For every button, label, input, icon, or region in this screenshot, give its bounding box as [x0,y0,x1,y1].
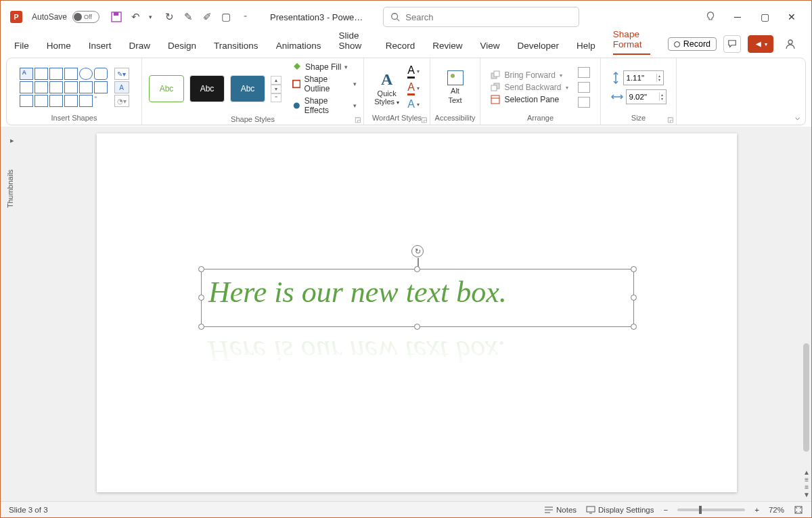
text-fill-button[interactable]: A▾ [407,64,420,79]
autosave-toggle[interactable]: Off [72,11,99,23]
resize-handle-tr[interactable] [631,266,637,272]
zoom-slider[interactable] [677,509,745,511]
tab-draw[interactable]: Draw [129,41,151,55]
group-button[interactable] [578,82,590,93]
alt-text-button[interactable]: Alt Text [447,70,464,104]
shape-conn-icon[interactable] [35,81,48,93]
style-preset-2[interactable]: Abc [189,75,225,102]
shape-style-gallery[interactable]: Abc Abc Abc ▴ ▾ ⁼ [149,75,281,102]
style-preset-1[interactable]: Abc [149,75,184,102]
maximize-button[interactable]: ▢ [757,9,772,24]
zoom-level[interactable]: 72% [769,506,784,514]
shape-brace-icon[interactable] [49,95,63,107]
shape-effects-button[interactable]: Shape Effects▾ [292,96,357,115]
resize-handle-r[interactable] [631,295,637,301]
tab-home[interactable]: Home [47,41,71,55]
scrollbar-thumb[interactable] [803,343,809,452]
vertical-scrollbar[interactable] [800,127,810,501]
bring-forward-button[interactable]: Bring Forward▾ [491,70,568,80]
thumbnails-pane[interactable]: ▸ Thumbnails [1,127,24,501]
width-control[interactable]: 9.02"▴▾ [611,89,667,104]
shape-line-icon[interactable] [35,68,48,80]
height-control[interactable]: 1.11"▴▾ [611,70,667,85]
shape-outline-button[interactable]: Shape Outline▾ [292,74,357,93]
slide-canvas[interactable]: Here is our new text box. ↻ Here is our … [24,127,811,501]
rotate-button[interactable] [578,97,590,108]
resize-handle-tl[interactable] [198,266,204,272]
tab-review[interactable]: Review [432,41,462,55]
shape-arc-icon[interactable] [35,95,48,107]
zoom-out-button[interactable]: − [664,506,669,514]
shape-dia-icon[interactable] [79,81,93,93]
text-box-button[interactable]: A [114,81,129,93]
height-input[interactable]: 1.11"▴▾ [623,70,664,85]
shape-oval-icon[interactable] [79,68,93,80]
width-input[interactable]: 9.02"▴▾ [626,89,667,104]
shape-curve-icon[interactable] [20,95,33,107]
shape-tri-icon[interactable] [20,81,33,93]
record-button[interactable]: Record [668,37,717,51]
close-button[interactable]: ✕ [784,9,799,24]
gallery-more-icon[interactable]: ⁼ [271,93,281,102]
tab-shape-format[interactable]: Shape Format [613,29,650,55]
align-button[interactable] [578,67,590,78]
qat-tool-2[interactable]: ✐ [200,9,215,24]
tab-slideshow[interactable]: Slide Show [338,30,367,55]
gallery-down-icon[interactable]: ▾ [271,85,281,93]
shape-textbox-icon[interactable]: A [20,68,33,80]
share-button[interactable]: ▾ [748,35,773,53]
text-outline-button[interactable]: A▾ [407,81,420,95]
next-slide-bar-icon[interactable]: ≡ [805,483,809,491]
minimize-button[interactable]: ─ [730,9,745,24]
undo-dropdown[interactable]: ▾ [143,9,158,24]
redo-button[interactable]: ↻ [162,9,177,24]
shapes-gallery[interactable]: A ⁼ [20,68,108,107]
shape-rrect-icon[interactable] [94,68,108,80]
notes-button[interactable]: Notes [544,506,577,514]
tab-help[interactable]: Help [577,41,595,55]
wordart-launcher[interactable]: ◲ [421,116,427,123]
shape-styles-launcher[interactable]: ◲ [355,116,361,123]
resize-handle-t[interactable] [414,266,420,272]
save-button[interactable] [109,9,124,24]
display-settings-button[interactable]: Display Settings [586,506,654,514]
ribbon-collapse-button[interactable]: ⌵ [795,112,800,122]
tab-animations[interactable]: Animations [276,41,321,55]
shape-rect-icon[interactable] [64,68,78,80]
comments-button[interactable] [723,35,741,53]
shape-hex-icon[interactable] [64,81,78,93]
slide-counter[interactable]: Slide 3 of 3 [9,506,48,514]
tab-design[interactable]: Design [168,41,196,55]
shape-fill-button[interactable]: Shape Fill▾ [292,62,357,72]
text-effects-button[interactable]: A▾ [407,98,420,110]
shape-line2-icon[interactable] [49,68,63,80]
tips-button[interactable] [703,9,718,24]
shape-arrow-icon[interactable] [49,81,63,93]
tab-insert[interactable]: Insert [89,41,112,55]
expand-thumbnails-icon[interactable]: ▸ [10,136,14,145]
shape-brace2-icon[interactable] [64,95,78,107]
qat-tool-1[interactable]: ✎ [181,9,196,24]
edit-shape-button[interactable]: ✎▾ [114,68,129,80]
resize-handle-b[interactable] [414,324,420,330]
textbox-content[interactable]: Here is our new text box. [202,269,633,315]
undo-button[interactable]: ↶ [128,9,143,24]
zoom-in-button[interactable]: + [754,506,759,514]
prev-slide-icon[interactable]: ▲ [803,469,810,476]
tab-developer[interactable]: Developer [518,41,560,55]
tab-view[interactable]: View [480,41,500,55]
prev-slide-bar-icon[interactable]: ≡ [805,476,809,483]
resize-handle-br[interactable] [631,324,637,330]
tab-transitions[interactable]: Transitions [214,41,258,55]
qat-customize[interactable]: ⁼ [238,9,252,24]
next-slide-icon[interactable]: ▼ [803,491,810,498]
tab-file[interactable]: File [14,41,29,55]
selection-pane-button[interactable]: Selection Pane [491,95,568,104]
shape-arrow2-icon[interactable] [94,81,108,93]
zoom-slider-thumb[interactable] [699,506,702,514]
present-button[interactable]: ▢ [219,9,233,24]
slide[interactable]: Here is our new text box. ↻ Here is our … [97,133,737,492]
rotate-handle[interactable]: ↻ [411,245,424,257]
merge-shapes-button[interactable]: ◔▾ [114,95,129,107]
autosave[interactable]: AutoSave Off [32,11,99,23]
